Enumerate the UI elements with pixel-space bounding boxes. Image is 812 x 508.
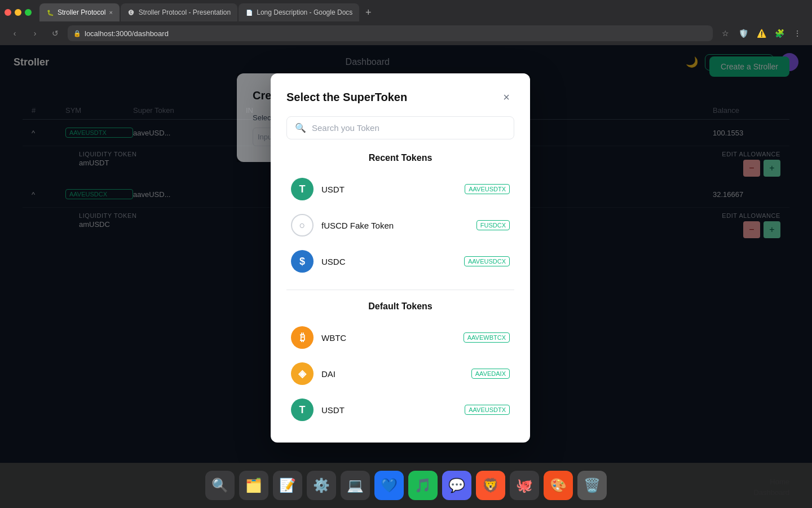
token-name-usdt-default: USDT xyxy=(321,405,457,415)
minimize-traffic-light[interactable] xyxy=(15,9,21,16)
token-item-dai[interactable]: ◈ DAI AAVEDAIX xyxy=(286,357,514,391)
browser-chrome: 🐛 Stroller Protocol × 🅒 Stroller Protoco… xyxy=(0,0,812,45)
dock: 🔍 🗂️ 📝 ⚙️ 💻 💙 🎵 💬 🦁 🐙 🎨 🗑️ xyxy=(0,463,812,508)
tab-icon-docs: 📄 xyxy=(245,8,253,16)
token-badge-fusdc: FUSDCX xyxy=(476,220,510,230)
dock-item-spotify[interactable]: 🎵 xyxy=(408,471,438,500)
token-badge-usdt: AAVEUSDTX xyxy=(465,184,510,194)
browser-actions: ☆ 🛡️ ⚠️ 🧩 ⋮ xyxy=(717,25,805,41)
modal-close-button[interactable]: × xyxy=(498,89,514,105)
dock-item-terminal[interactable]: 💻 xyxy=(341,471,370,500)
token-item-usdt[interactable]: T USDT AAVEUSDTX xyxy=(286,172,514,206)
modal-title: Select the SuperToken xyxy=(286,91,407,104)
token-badge-dai: AAVEDAIX xyxy=(471,369,510,379)
token-badge-wbtc: AAVEWBTCX xyxy=(464,332,510,343)
dock-item-launchpad[interactable]: 🗂️ xyxy=(239,471,268,500)
reload-button[interactable]: ↺ xyxy=(47,25,63,41)
token-name-usdt: USDT xyxy=(321,185,457,194)
tab-icon-stroller: 🐛 xyxy=(46,8,54,16)
default-token-list: ₿ WBTC AAVEWBTCX ◈ DAI AAVEDAIX T USDT A… xyxy=(286,321,514,427)
search-icon: 🔍 xyxy=(295,122,306,133)
fullscreen-traffic-light[interactable] xyxy=(25,9,32,16)
dock-item-finder[interactable]: 🔍 xyxy=(205,471,235,500)
token-item-wbtc[interactable]: ₿ WBTC AAVEWBTCX xyxy=(286,321,514,354)
default-tokens-title: Default Tokens xyxy=(286,301,514,312)
token-item-usdc[interactable]: $ USDC AAVEUSDCX xyxy=(286,244,514,278)
dock-item-brave[interactable]: 🦁 xyxy=(476,471,505,500)
dock-item-github[interactable]: 🐙 xyxy=(510,471,539,500)
dock-item-vscode[interactable]: 💙 xyxy=(374,471,404,500)
tab-label-docs: Long Description - Google Docs xyxy=(257,8,352,16)
bookmark-button[interactable]: ☆ xyxy=(717,25,733,41)
modal-header: Select the SuperToken × xyxy=(286,89,514,105)
tab-close-stroller[interactable]: × xyxy=(109,9,112,16)
address-text: localhost:3000/dashboard xyxy=(85,29,169,38)
close-traffic-light[interactable] xyxy=(5,9,11,16)
token-search-box[interactable]: 🔍 xyxy=(286,116,514,139)
token-item-usdt-default[interactable]: T USDT AAVEUSDTX xyxy=(286,393,514,427)
token-icon-fusdc: ○ xyxy=(291,214,314,237)
token-name-fusdc: fUSCD Fake Token xyxy=(321,221,469,230)
token-icon-usdt-default: T xyxy=(291,398,314,421)
tab-stroller-presentation[interactable]: 🅒 Stroller Protocol - Presentation xyxy=(121,3,237,21)
tab-label-presentation: Stroller Protocol - Presentation xyxy=(139,8,231,16)
address-bar-row: ‹ › ↺ 🔒 localhost:3000/dashboard ☆ 🛡️ ⚠️… xyxy=(0,21,812,45)
token-badge-usdt-default: AAVEUSDTX xyxy=(465,405,510,415)
dock-item-figma[interactable]: 🎨 xyxy=(544,471,573,500)
token-icon-wbtc: ₿ xyxy=(291,326,314,349)
token-icon-dai: ◈ xyxy=(291,362,314,385)
dock-item-trash[interactable]: 🗑️ xyxy=(577,471,607,500)
modal-overlay: × Crea... Select the SuperToken Input fi… xyxy=(0,45,812,508)
tokens-divider xyxy=(286,290,514,290)
token-badge-usdc: AAVEUSDCX xyxy=(464,256,510,266)
tab-stroller-protocol[interactable]: 🐛 Stroller Protocol × xyxy=(39,3,120,21)
tab-google-docs[interactable]: 📄 Long Description - Google Docs xyxy=(239,3,359,21)
dock-item-discord[interactable]: 💬 xyxy=(442,471,471,500)
menu-button[interactable]: ⋮ xyxy=(789,25,805,41)
traffic-lights xyxy=(5,9,32,16)
extension-3-button[interactable]: 🧩 xyxy=(771,25,787,41)
dock-item-settings[interactable]: ⚙️ xyxy=(307,471,336,500)
token-name-dai: DAI xyxy=(321,369,464,379)
extension-2-button[interactable]: ⚠️ xyxy=(753,25,769,41)
token-icon-usdc: $ xyxy=(291,250,314,273)
lock-icon: 🔒 xyxy=(73,30,81,37)
token-name-wbtc: WBTC xyxy=(321,333,456,343)
address-bar[interactable]: 🔒 localhost:3000/dashboard xyxy=(68,25,713,41)
recent-tokens-title: Recent Tokens xyxy=(286,153,514,163)
tab-bar: 🐛 Stroller Protocol × 🅒 Stroller Protoco… xyxy=(0,0,812,21)
select-supertoken-modal: Select the SuperToken × 🔍 Recent Tokens … xyxy=(271,73,530,443)
token-search-input[interactable] xyxy=(312,123,506,133)
extension-1-button[interactable]: 🛡️ xyxy=(735,25,751,41)
token-item-fusdc[interactable]: ○ fUSCD Fake Token FUSDCX xyxy=(286,208,514,242)
dock-item-notes[interactable]: 📝 xyxy=(273,471,302,500)
back-button[interactable]: ‹ xyxy=(7,25,23,41)
recent-token-list: T USDT AAVEUSDTX ○ fUSCD Fake Token FUSD… xyxy=(286,172,514,278)
new-tab-button[interactable]: + xyxy=(360,5,376,20)
forward-button[interactable]: › xyxy=(27,25,43,41)
token-icon-usdt: T xyxy=(291,178,314,200)
tab-icon-presentation: 🅒 xyxy=(127,8,135,16)
token-name-usdc: USDC xyxy=(321,257,456,266)
tab-label-stroller: Stroller Protocol xyxy=(58,8,105,16)
